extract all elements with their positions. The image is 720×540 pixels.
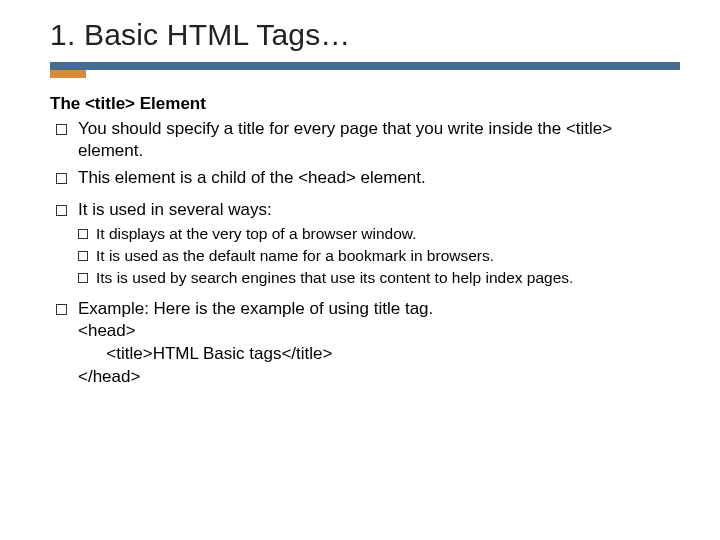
secondary-list: It displays at the very top of a browser… [78, 224, 680, 287]
title-underline [50, 62, 680, 78]
accent-bar [50, 62, 680, 70]
example-intro: Example: Here is the example of using ti… [78, 299, 433, 318]
slide-title: 1. Basic HTML Tags… [50, 18, 680, 52]
primary-list: It is used in several ways: It displays … [50, 199, 680, 287]
list-item: This element is a child of the <head> el… [54, 167, 680, 189]
primary-list: Example: Here is the example of using ti… [50, 298, 680, 389]
list-item: You should specify a title for every pag… [54, 118, 680, 162]
subheading: The <title> Element [50, 94, 680, 114]
list-item: Example: Here is the example of using ti… [54, 298, 680, 389]
sub-list-item: Its is used by search engines that use i… [78, 268, 680, 288]
code-example: <head> <title>HTML Basic tags</title> </… [78, 320, 680, 389]
sub-list-item: It is used as the default name for a boo… [78, 246, 680, 266]
accent-tab [50, 70, 86, 78]
list-item: It is used in several ways: It displays … [54, 199, 680, 287]
sub-list-item: It displays at the very top of a browser… [78, 224, 680, 244]
list-item-text: It is used in several ways: [78, 200, 272, 219]
primary-list: You should specify a title for every pag… [50, 118, 680, 188]
